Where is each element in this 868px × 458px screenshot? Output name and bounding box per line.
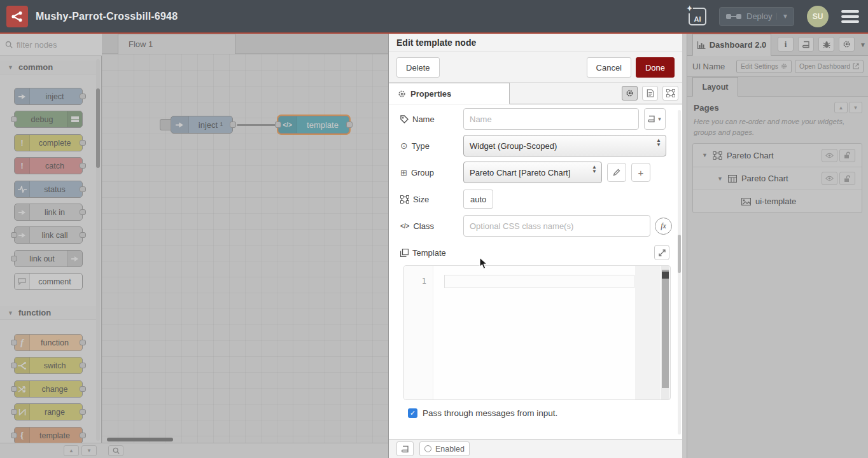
size-field-label: Size [400, 195, 463, 204]
tray-title: Edit template node [389, 34, 682, 52]
user-avatar[interactable]: SU [807, 6, 829, 27]
gear-icon [626, 89, 634, 97]
mouse-cursor [479, 257, 488, 270]
passthrough-checkbox-checked[interactable]: ✓ [408, 408, 417, 418]
expand-icon [659, 249, 666, 256]
tray-footer: Enabled [389, 439, 682, 458]
name-field-label: Name [400, 114, 463, 124]
add-group-button[interactable]: + [631, 163, 650, 182]
editor-active-line[interactable] [444, 275, 634, 288]
properties-view-button[interactable] [622, 86, 638, 101]
enabled-radio-icon [424, 445, 431, 452]
tab-properties[interactable]: Properties [389, 83, 510, 104]
name-input[interactable] [463, 108, 639, 130]
edit-group-button[interactable] [607, 163, 626, 182]
delete-button[interactable]: Delete [396, 57, 440, 78]
size-button[interactable]: auto [463, 190, 493, 209]
appearance-frame-icon [666, 89, 675, 97]
book-icon [402, 445, 409, 453]
passthrough-row: ✓ Pass through messages from input. [408, 408, 557, 418]
appearance-view-button[interactable] [662, 86, 678, 101]
type-field-label: ⊙ Type [400, 141, 463, 151]
workspace-title: Mushy-Parrot-Crossbill-6948 [36, 11, 178, 22]
code-tag-icon: </> [400, 223, 409, 230]
modal-shade-left [0, 34, 388, 458]
done-button[interactable]: Done [636, 57, 675, 78]
node-red-logo-icon [6, 6, 28, 27]
gear-icon [398, 90, 406, 98]
group-field-label: ⊞ Group [400, 168, 463, 177]
deploy-button[interactable]: Deploy ▼ [719, 7, 794, 26]
modal-shade-right [682, 34, 868, 458]
tag-icon [400, 115, 409, 123]
select-arrows-icon: ▲▼ [656, 138, 661, 147]
pencil-icon [613, 169, 620, 176]
type-select[interactable]: Widget (Group-Scoped) ▲▼ [463, 135, 666, 156]
class-field-label: </> Class [400, 221, 463, 231]
document-icon [647, 89, 654, 97]
properties-form: Name ▼ ⊙ Type Widget (Group-Scoped) ▲▼ [389, 105, 682, 439]
node-red-app: Mushy-Parrot-Crossbill-6948 ✦ AI Deploy … [0, 0, 868, 458]
select-arrows-icon: ▲▼ [592, 165, 597, 174]
main-menu-button[interactable] [841, 10, 859, 23]
tray-scrollbar[interactable] [678, 110, 681, 434]
template-field-label: Template [400, 248, 463, 258]
copy-pages-icon [400, 249, 409, 257]
passthrough-label: Pass through messages from input. [423, 408, 557, 418]
template-code-editor[interactable]: 1 [403, 265, 671, 400]
scope-icon: ⊙ [400, 141, 408, 151]
deploy-node-icon [726, 14, 741, 19]
name-library-button[interactable]: ▼ [644, 108, 666, 130]
table-icon: ⊞ [400, 168, 407, 177]
cancel-button[interactable]: Cancel [587, 57, 631, 78]
library-button[interactable] [396, 441, 414, 456]
edit-node-tray: Edit template node Delete Cancel Done Pr… [388, 34, 682, 458]
description-view-button[interactable] [642, 86, 658, 101]
editor-scrollbar[interactable] [661, 266, 669, 399]
tray-tabbar: Properties [389, 83, 682, 104]
deploy-caret-icon[interactable]: ▼ [776, 13, 788, 20]
app-header: Mushy-Parrot-Crossbill-6948 ✦ AI Deploy … [0, 0, 868, 34]
expand-editor-button[interactable] [654, 245, 669, 260]
editor-overview-gutter [635, 266, 661, 399]
tray-toolbar: Delete Cancel Done [389, 52, 682, 83]
enabled-toggle-button[interactable]: Enabled [419, 441, 470, 456]
book-icon [648, 115, 655, 123]
dynamic-property-button[interactable]: fx [655, 218, 672, 235]
group-select[interactable]: Pareto Chart [Pareto Chart] ▲▼ [463, 162, 602, 183]
sparkle-icon: ✦ [686, 4, 693, 13]
editor-line-numbers: 1 [404, 266, 433, 399]
ai-assistant-button[interactable]: ✦ AI [689, 8, 706, 25]
size-frame-icon [400, 195, 409, 204]
class-input[interactable] [463, 215, 650, 237]
